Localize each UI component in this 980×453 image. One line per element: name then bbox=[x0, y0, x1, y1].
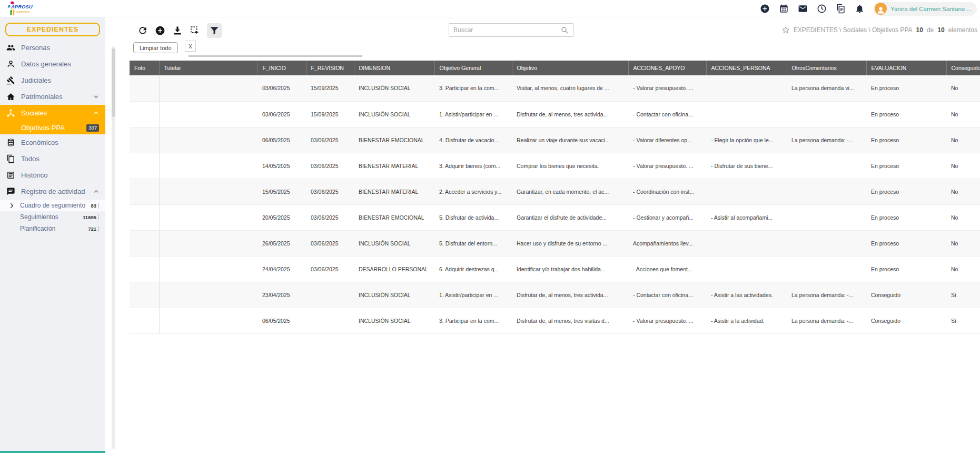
column-header-objetivo_general[interactable]: Objetivo General bbox=[434, 61, 512, 75]
table-container: FotoTutelarF_INICIOF_REVISIONDIMENSIONOb… bbox=[130, 61, 980, 334]
column-header-acciones_apoyo[interactable]: ACCIONES_APOYO bbox=[628, 61, 706, 75]
sidebar-item-label: Personas bbox=[21, 44, 99, 52]
count-badge: 307 bbox=[86, 124, 99, 132]
mail-icon[interactable] bbox=[798, 4, 808, 14]
count-current: 10 bbox=[916, 26, 923, 34]
cell-otros_comentarios bbox=[787, 204, 866, 230]
column-header-evaluacion[interactable]: EVALUACION bbox=[866, 61, 946, 75]
table-row[interactable]: 06/05/2025INCLUSIÓN SOCIAL3. Participar … bbox=[130, 308, 980, 333]
bell-icon[interactable] bbox=[855, 4, 865, 14]
table-row[interactable]: 06/05/202503/06/2025BIENESTAR EMOCIONAL4… bbox=[130, 127, 980, 153]
clock-icon[interactable] bbox=[817, 4, 827, 14]
cell-conseguido: No bbox=[946, 101, 980, 127]
blank-icon bbox=[6, 123, 15, 132]
sidebar-item-label: Registro de actividad bbox=[21, 188, 93, 195]
column-header-objetivo[interactable]: Objetivo bbox=[512, 61, 628, 75]
cell-f_revision: 03/06/2025 bbox=[306, 256, 354, 282]
sidebar-section-expedientes[interactable]: EXPEDIENTES bbox=[5, 23, 100, 36]
cell-foto bbox=[130, 179, 159, 204]
cell-f_inicio: 15/05/2025 bbox=[258, 179, 306, 204]
sidebar-item-historico[interactable]: Histórico bbox=[0, 167, 105, 183]
export-button[interactable] bbox=[172, 25, 183, 36]
table-row[interactable]: 24/04/202503/06/2025DESARROLLO PERSONAL6… bbox=[130, 256, 980, 282]
cell-acciones_persona bbox=[706, 179, 787, 204]
cell-acciones_persona: - Asistir a la actividad. bbox=[706, 308, 787, 333]
sidebar-item-cuadro-de-seguimiento[interactable]: Cuadro de seguimiento83 bbox=[0, 200, 105, 211]
sidebar-item-label: Judiciales bbox=[21, 76, 99, 84]
column-header-acciones_persona[interactable]: ACCIONES_PERSONA bbox=[706, 61, 787, 75]
refresh-button[interactable] bbox=[137, 25, 148, 36]
cell-evaluacion: En proceso bbox=[866, 230, 946, 256]
filter-button[interactable] bbox=[207, 23, 222, 38]
cell-objetivo_general: 5. Disfrutar de activida... bbox=[434, 204, 512, 230]
sidebar-item-seguimientos[interactable]: Seguimientos11695 bbox=[0, 211, 105, 223]
sidebar-nav: PersonasDatos generalesJudicialesPatrimo… bbox=[0, 40, 105, 234]
cell-foto bbox=[130, 204, 159, 230]
cell-f_inicio: 03/06/2025 bbox=[258, 101, 306, 127]
sidebar-item-patrimoniales[interactable]: Patrimoniales bbox=[0, 88, 105, 105]
sidebar-item-sociales[interactable]: Sociales bbox=[0, 105, 105, 121]
horizontal-scrollbar-thumb[interactable] bbox=[189, 55, 362, 57]
table-row[interactable]: 15/05/202503/06/2025BIENESTAR MATERIAL2.… bbox=[130, 179, 980, 204]
cell-conseguido: No bbox=[946, 179, 980, 204]
column-header-otros_comentarios[interactable]: OtrosComentarios bbox=[787, 61, 866, 75]
cell-objetivo_general: 6. Adquirir destrezas q... bbox=[434, 256, 512, 282]
sidebar-item-planificacion[interactable]: Planificación721 bbox=[0, 223, 105, 234]
cell-evaluacion: En proceso bbox=[866, 75, 946, 101]
sidebar-item-personas[interactable]: Personas bbox=[0, 40, 105, 56]
history-icon bbox=[6, 171, 15, 180]
sidebar-item-objetivos-ppa[interactable]: Objetivos PPA307 bbox=[0, 121, 105, 134]
clear-all-filters-button[interactable]: Limpiar todo bbox=[133, 42, 178, 53]
avatar bbox=[875, 3, 887, 15]
table-row[interactable]: 14/05/202503/06/2025BIENESTAR MATERIAL3.… bbox=[130, 153, 980, 179]
cell-objetivo: Identificar y/o trabajar dos habilida... bbox=[512, 256, 628, 282]
people-icon bbox=[6, 43, 15, 52]
search-input[interactable] bbox=[449, 26, 560, 34]
vertical-scrollbar-thumb[interactable] bbox=[112, 48, 115, 117]
cell-acciones_apoyo: - Acciones que foment... bbox=[628, 256, 706, 282]
cell-conseguido: No bbox=[946, 75, 980, 101]
table-row[interactable]: 26/05/202503/06/2025INCLUSIÓN SOCIAL5. D… bbox=[130, 230, 980, 256]
table-row[interactable]: 23/04/2025INCLUSIÓN SOCIAL1. Asistir/par… bbox=[130, 282, 980, 308]
cell-otros_comentarios bbox=[787, 230, 866, 256]
sidebar-item-datos-generales[interactable]: Datos generales bbox=[0, 56, 105, 72]
aprosu-logo[interactable]: APROSU Fundación bbox=[4, 0, 41, 17]
column-header-foto[interactable]: Foto bbox=[130, 61, 159, 75]
gavel-icon bbox=[6, 76, 15, 85]
sidebar-item-registro-de-actividad[interactable]: Registro de actividad bbox=[0, 183, 105, 200]
remove-filter-chip[interactable]: X bbox=[185, 41, 196, 52]
search-icon[interactable] bbox=[560, 26, 569, 34]
column-header-f_inicio[interactable]: F_INICIO bbox=[258, 61, 306, 75]
calendar-icon[interactable] bbox=[779, 4, 789, 14]
cell-otros_comentarios bbox=[787, 101, 866, 127]
table-row[interactable]: 20/05/202503/06/2025BIENESTAR EMOCIONAL5… bbox=[130, 204, 980, 230]
cell-tutelar bbox=[159, 179, 258, 204]
column-header-tutelar[interactable]: Tutelar bbox=[159, 61, 258, 75]
sidebar-item-judiciales[interactable]: Judiciales bbox=[0, 72, 105, 88]
select-button[interactable] bbox=[190, 25, 200, 36]
cell-f_revision: 15/09/2025 bbox=[306, 101, 354, 127]
breadcrumb-path[interactable]: EXPEDIENTES \ Sociales \ Objetivos PPA bbox=[794, 26, 913, 34]
sidebar-item-economicos[interactable]: Económicos bbox=[0, 134, 105, 151]
user-menu[interactable]: Yanira del Carmen Santana ... bbox=[874, 2, 977, 16]
column-header-f_revision[interactable]: F_REVISION bbox=[306, 61, 354, 75]
table-row[interactable]: 03/06/202515/09/2025INCLUSIÓN SOCIAL3. P… bbox=[130, 75, 980, 101]
add-button[interactable] bbox=[155, 25, 165, 36]
table-row[interactable]: 03/06/202515/09/2025INCLUSIÓN SOCIAL1. A… bbox=[130, 101, 980, 127]
cell-foto bbox=[130, 230, 159, 256]
column-header-conseguido[interactable]: Conseguido bbox=[946, 61, 980, 75]
add-circle-icon[interactable] bbox=[760, 4, 770, 14]
column-header-dimension[interactable]: DIMENSION bbox=[354, 61, 434, 75]
cell-dimension: BIENESTAR MATERIAL bbox=[354, 153, 434, 179]
sidebar-item-label: Patrimoniales bbox=[21, 93, 93, 101]
favorite-star-icon[interactable] bbox=[781, 26, 790, 34]
cell-objetivo: Realizar un viaje durante sus vacaci... bbox=[512, 127, 628, 153]
documents-icon[interactable] bbox=[836, 4, 846, 14]
cell-f_revision: 03/06/2025 bbox=[306, 204, 354, 230]
cell-dimension: INCLUSIÓN SOCIAL bbox=[354, 282, 434, 308]
item-count: 83 bbox=[91, 203, 96, 209]
cell-acciones_persona: - Elegir la opción que le... bbox=[706, 127, 787, 153]
sidebar-item-todos[interactable]: Todos bbox=[0, 151, 105, 167]
cell-foto bbox=[130, 282, 159, 308]
cell-objetivo: Disfrutar de, al menos, tres activida... bbox=[512, 282, 628, 308]
